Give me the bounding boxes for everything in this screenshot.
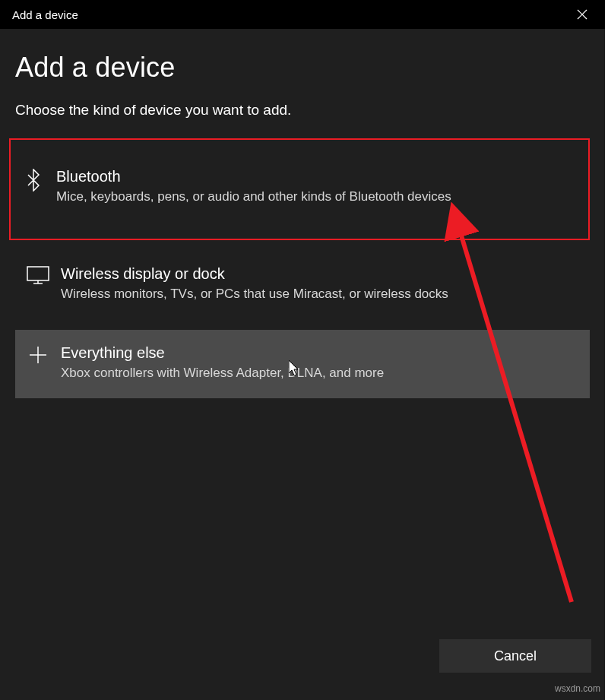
plus-icon	[15, 344, 61, 365]
bluetooth-icon	[11, 167, 56, 192]
option-title: Bluetooth	[56, 167, 578, 185]
close-button[interactable]	[559, 0, 605, 29]
dialog-footer: Cancel	[439, 639, 591, 673]
option-desc: Wireless monitors, TVs, or PCs that use …	[61, 286, 579, 302]
option-text: Wireless display or dock Wireless monito…	[61, 264, 579, 302]
cancel-button[interactable]: Cancel	[439, 639, 591, 673]
monitor-icon	[15, 264, 61, 284]
close-icon	[577, 9, 587, 20]
option-desc: Xbox controllers with Wireless Adapter, …	[61, 365, 579, 382]
option-desc: Mice, keyboards, pens, or audio and othe…	[56, 188, 578, 205]
titlebar: Add a device	[0, 0, 605, 29]
window-title: Add a device	[12, 8, 78, 21]
option-wireless-display[interactable]: Wireless display or dock Wireless monito…	[15, 249, 590, 321]
watermark-text: wsxdn.com	[555, 683, 600, 694]
option-text: Bluetooth Mice, keyboards, pens, or audi…	[56, 167, 578, 205]
page-subtitle: Choose the kind of device you want to ad…	[15, 102, 590, 119]
add-device-dialog: Add a device Add a device Choose the kin…	[0, 0, 605, 700]
page-title: Add a device	[15, 52, 590, 84]
option-text: Everything else Xbox controllers with Wi…	[61, 344, 579, 382]
option-title: Wireless display or dock	[61, 264, 579, 283]
option-title: Everything else	[61, 344, 579, 362]
svg-rect-2	[27, 267, 49, 280]
option-bluetooth[interactable]: Bluetooth Mice, keyboards, pens, or audi…	[9, 138, 590, 240]
dialog-body: Add a device Choose the kind of device y…	[0, 29, 605, 398]
option-everything-else[interactable]: Everything else Xbox controllers with Wi…	[15, 330, 590, 398]
